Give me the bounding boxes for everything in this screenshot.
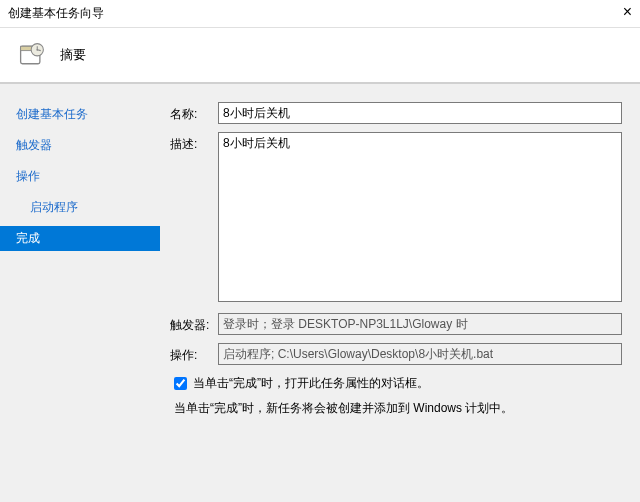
action-value — [218, 343, 622, 365]
description-input[interactable] — [218, 132, 622, 302]
sidebar-item-action[interactable]: 操作 — [10, 164, 160, 189]
row-name: 名称: — [170, 102, 622, 124]
open-properties-checkbox[interactable] — [174, 377, 187, 390]
sidebar-item-create-task[interactable]: 创建基本任务 — [10, 102, 160, 127]
body: 创建基本任务 触发器 操作 启动程序 完成 名称: 描述: 触发器: — [0, 84, 640, 502]
row-description: 描述: — [170, 132, 622, 305]
window-title: 创建基本任务向导 — [8, 5, 104, 22]
finish-info-text: 当单击“完成”时，新任务将会被创建并添加到 Windows 计划中。 — [174, 400, 622, 417]
trigger-value — [218, 313, 622, 335]
calendar-clock-icon — [16, 39, 48, 71]
row-action: 操作: — [170, 343, 622, 365]
sidebar: 创建基本任务 触发器 操作 启动程序 完成 — [0, 84, 160, 502]
titlebar: 创建基本任务向导 × — [0, 0, 640, 28]
row-trigger: 触发器: — [170, 313, 622, 335]
name-label: 名称: — [170, 102, 218, 123]
header: 摘要 — [0, 28, 640, 84]
sidebar-item-start-program[interactable]: 启动程序 — [10, 195, 160, 220]
action-label: 操作: — [170, 343, 218, 364]
open-properties-row[interactable]: 当单击“完成”时，打开此任务属性的对话框。 — [174, 375, 622, 392]
page-title: 摘要 — [60, 46, 86, 64]
name-input[interactable] — [218, 102, 622, 124]
svg-point-5 — [36, 49, 38, 51]
trigger-label: 触发器: — [170, 313, 218, 334]
close-icon[interactable]: × — [623, 4, 632, 20]
content: 名称: 描述: 触发器: 操作: — [160, 84, 640, 502]
wizard-window: 创建基本任务向导 × 摘要 创建基本任务 触发器 操作 启动程序 完成 名 — [0, 0, 640, 502]
sidebar-item-finish[interactable]: 完成 — [0, 226, 160, 251]
desc-label: 描述: — [170, 132, 218, 153]
open-properties-label: 当单击“完成”时，打开此任务属性的对话框。 — [193, 375, 429, 392]
sidebar-item-trigger[interactable]: 触发器 — [10, 133, 160, 158]
